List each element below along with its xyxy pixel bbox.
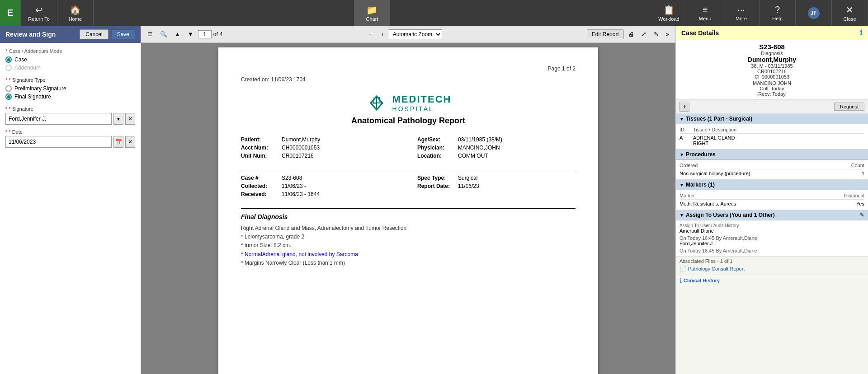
tissues-chevron-icon: ▼ — [679, 117, 684, 122]
case-details-info-icon[interactable]: ℹ — [860, 28, 863, 37]
edit-report-button[interactable]: Edit Report — [587, 29, 624, 39]
collected-row: Collected: 11/06/23 - — [241, 183, 399, 189]
pdf-logo: MEDITECH HOSPITAL — [241, 92, 576, 114]
workload-button[interactable]: 📋 Workload — [651, 0, 687, 26]
case-num-row: Case # S23-608 — [241, 175, 399, 181]
tissue-a-id: A — [679, 135, 693, 146]
diagnosis-line-4: * NormalAdrenal gland, not involved by S… — [241, 250, 576, 259]
report-date-row: Report Date: 11/06/23 — [417, 183, 576, 189]
pdf-more-btn[interactable]: » — [663, 29, 672, 39]
pdf-zoom-in-btn[interactable]: + — [378, 29, 387, 39]
cancel-button[interactable]: Cancel — [80, 29, 108, 39]
add-button[interactable]: + — [679, 102, 689, 112]
signature-input-row: ▼ ✕ — [5, 113, 135, 125]
date-input[interactable] — [5, 136, 112, 148]
assign-history-1: On Today 16:45 By Amerault,Diane — [679, 235, 864, 241]
close-button[interactable]: ✕ Close — [832, 0, 868, 26]
signature-dropdown-btn[interactable]: ▼ — [113, 113, 123, 125]
pdf-prev-page[interactable]: ▲ — [172, 29, 183, 39]
workload-icon: 📋 — [663, 5, 675, 15]
signature-input[interactable] — [5, 113, 112, 125]
assign-edit-icon[interactable]: ✎ — [860, 212, 864, 218]
final-radio[interactable]: Final Signature — [5, 94, 135, 100]
main-layout: Review and Sign Cancel Save * Case / Add… — [0, 26, 868, 374]
chevron-down-icon: ▼ — [116, 117, 121, 122]
pdf-expand-btn[interactable]: ⤢ — [639, 29, 649, 39]
pdf-zoom-out-btn[interactable]: − — [368, 29, 377, 39]
date-clear-btn[interactable]: ✕ — [125, 136, 135, 148]
pdf-report-title: Anatomical Pathology Report — [241, 116, 576, 126]
signature-clear-btn[interactable]: ✕ — [125, 113, 135, 125]
pathology-consult-link[interactable]: 📄 Pathology Consult Report — [679, 265, 864, 273]
request-button[interactable]: Request — [834, 103, 864, 111]
case-addendum-label: * Case / Addendum Mode — [5, 48, 135, 54]
logo-text-block: MEDITECH HOSPITAL — [392, 94, 452, 112]
clear-date-icon: ✕ — [128, 139, 132, 145]
acct-row: Acct Num: CH0000001053 — [241, 145, 399, 151]
assoc-files-label: Associated Files - 1 of 1 — [679, 258, 864, 264]
procedures-table-header: Ordered Count — [679, 163, 864, 169]
procedures-section-header[interactable]: ▼ Procedures — [676, 150, 868, 160]
pdf-pen-btn[interactable]: ✎ — [651, 29, 661, 39]
clear-icon: ✕ — [128, 116, 132, 122]
tissues-section-header[interactable]: ▼ Tissues (1 Part - Surgical) — [676, 114, 868, 124]
save-button[interactable]: Save — [111, 29, 135, 39]
pdf-content[interactable]: Page 1 of 2 Created on: 11/06/23 1704 ME… — [141, 43, 675, 374]
left-panel: Review and Sign Cancel Save * Case / Add… — [0, 26, 141, 374]
user-icon: JF — [808, 7, 820, 19]
pdf-page-input[interactable] — [198, 30, 212, 38]
markers-section-header[interactable]: ▼ Markers (1) — [676, 180, 868, 190]
addendum-radio[interactable]: Addendum — [5, 65, 135, 71]
assign-body: Assign To User / Audit History Amerault,… — [676, 220, 868, 257]
assign-user-2: Ford,Jennifer J. — [679, 241, 864, 246]
chart-icon: 📁 — [366, 5, 377, 15]
pdf-next-page[interactable]: ▼ — [185, 29, 196, 39]
user-button[interactable]: JF JF — [796, 0, 832, 26]
case-radio[interactable]: Case — [5, 56, 135, 63]
chart-button[interactable]: 📁 Chart — [354, 0, 390, 26]
preliminary-radio[interactable]: Preliminary Signature — [5, 85, 135, 92]
pdf-page-number: Page 1 of 2 — [241, 65, 576, 72]
tissue-id-col-header: ID — [679, 127, 693, 132]
right-panel: Case Details ℹ S23-608 Diagnosis Dumont,… — [675, 26, 868, 374]
date-field-label: * * Date — [5, 129, 135, 135]
calendar-btn[interactable]: 📅 — [113, 136, 123, 148]
final-diagnosis-title: Final Diagnosis — [241, 213, 576, 220]
pdf-case-fields: Case # S23-608 Collected: 11/06/23 - Rec… — [241, 175, 576, 199]
calendar-icon: 📅 — [115, 139, 122, 145]
clinical-history-row[interactable]: ℹ Clinical History — [676, 275, 868, 286]
procedures-header-label: Procedures — [686, 151, 716, 158]
final-diagnosis-body: Right Adrenal Gland and Mass, Adrenalect… — [241, 224, 576, 267]
assign-section-header: ▼ Assign To Users (You and 1 Other) ✎ — [676, 210, 868, 220]
panel-title: Review and Sign — [5, 31, 56, 38]
historical-col-header: Historical — [833, 193, 864, 198]
pdf-page-of: of — [213, 31, 218, 37]
pdf-created-date: Created on: 11/06/23 1704 — [241, 76, 576, 83]
toolbar: E ↩ Return To 🏠 Home 📁 Chart 📋 Workload … — [0, 0, 868, 26]
marker-col-header: Marker — [679, 193, 833, 198]
markers-header-label: Markers (1) — [686, 182, 715, 188]
home-button[interactable]: 🏠 Home — [57, 0, 94, 26]
pdf-zoom-out-search[interactable]: 🔍 — [157, 29, 170, 39]
help-button[interactable]: ? Help — [760, 0, 796, 26]
final-radio-circle — [5, 94, 12, 100]
case-type: Diagnosis — [681, 51, 863, 56]
pdf-case-right: Spec Type: Surgical Report Date: 11/06/2… — [417, 175, 576, 199]
spec-type-row: Spec Type: Surgical — [417, 175, 576, 181]
case-addendum-group: Case Addendum — [5, 56, 135, 71]
return-to-button[interactable]: ↩ Return To — [21, 0, 57, 26]
tissues-table-header: ID Tissue / Description — [679, 127, 864, 134]
pdf-sidebar-toggle[interactable]: ☰ — [145, 29, 156, 39]
diagnosis-line-2: * Leiomysarcoma, grade 2 — [241, 233, 576, 241]
more-button[interactable]: ··· More — [723, 0, 760, 26]
case-ch-num: CH0000001053 — [681, 74, 863, 79]
menu-button[interactable]: ≡ Menu — [687, 0, 723, 26]
tissues-section-body: ID Tissue / Description A ADRENAL GLAND … — [676, 124, 868, 150]
tissue-row-a: A ADRENAL GLAND RIGHT — [679, 135, 864, 146]
pdf-zoom-select[interactable]: Automatic Zoom — [389, 29, 442, 39]
request-row: + Request — [676, 100, 868, 114]
procedure-count: 1 — [842, 171, 864, 176]
pdf-print-btn[interactable]: 🖨 — [626, 29, 637, 39]
signature-field-label: * * Signature — [5, 106, 135, 112]
diagnosis-line-5: * Margins Narrowly Clear (Less than 1 mm… — [241, 259, 576, 267]
